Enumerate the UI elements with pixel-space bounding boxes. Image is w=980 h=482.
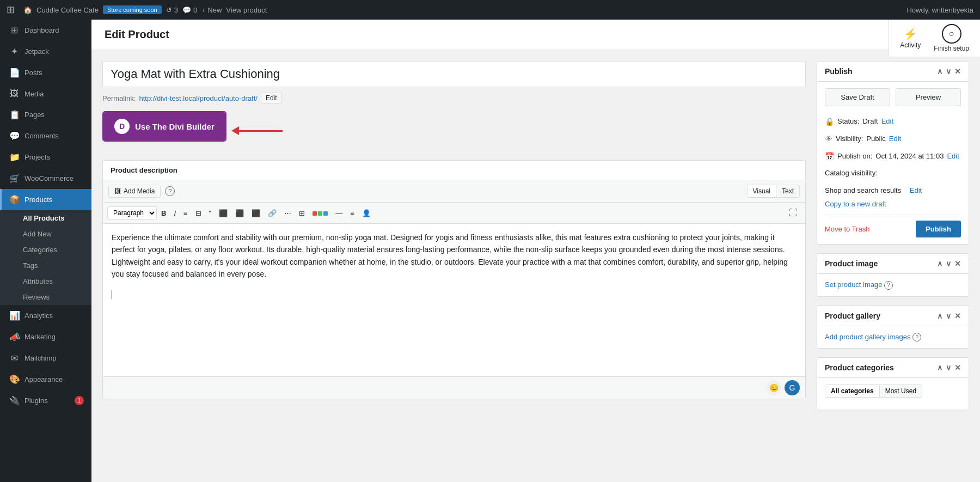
publish-on-edit-link[interactable]: Edit bbox=[947, 149, 959, 163]
blockquote-button[interactable]: " bbox=[206, 207, 215, 219]
help-icon[interactable]: ? bbox=[165, 186, 175, 196]
sidebar-item-analytics[interactable]: 📊 Analytics bbox=[0, 305, 91, 326]
sidebar-label-marketing: Marketing bbox=[24, 333, 56, 341]
expand-button[interactable]: ⛶ bbox=[786, 206, 801, 220]
submenu-tags[interactable]: Tags bbox=[0, 258, 91, 273]
sidebar-item-posts[interactable]: 📄 Posts bbox=[0, 62, 91, 83]
set-product-image-link[interactable]: Set product image bbox=[825, 280, 883, 289]
copy-draft-link[interactable]: Copy to a new draft bbox=[825, 200, 961, 208]
view-product-item[interactable]: View product bbox=[226, 6, 267, 14]
bold-button[interactable]: B bbox=[158, 207, 169, 219]
submenu-all-products[interactable]: All Products bbox=[0, 210, 91, 226]
submenu-categories[interactable]: Categories bbox=[0, 242, 91, 258]
visibility-edit-link[interactable]: Edit bbox=[889, 132, 901, 146]
move-to-trash-link[interactable]: Move to Trash bbox=[825, 225, 869, 233]
align-left-button[interactable]: ⬛ bbox=[216, 207, 231, 219]
publish-button[interactable]: Publish bbox=[916, 221, 961, 237]
description-box: Product description 🖼 Add Media ? Visual… bbox=[102, 160, 806, 399]
product-image-help-icon[interactable]: ? bbox=[884, 281, 893, 290]
product-image-controls[interactable]: ∧ ∨ ✕ bbox=[937, 259, 961, 268]
submenu-reviews[interactable]: Reviews bbox=[0, 289, 91, 305]
product-gallery-help-icon[interactable]: ? bbox=[912, 333, 921, 341]
strikethrough-button[interactable]: ≡ bbox=[347, 207, 358, 219]
catalog-edit-link[interactable]: Edit bbox=[910, 184, 922, 198]
color-picker-button[interactable] bbox=[309, 207, 331, 219]
sidebar-item-appearance[interactable]: 🎨 Appearance bbox=[0, 369, 91, 390]
text-tab[interactable]: Text bbox=[776, 185, 800, 198]
activity-button[interactable]: ⚡ Activity bbox=[900, 27, 921, 49]
editor-content-area[interactable]: Experience the ultimate comfort and stab… bbox=[103, 224, 805, 376]
product-title-input[interactable] bbox=[102, 61, 806, 87]
more-button[interactable]: ⋯ bbox=[281, 207, 295, 219]
gallery-collapse-up[interactable]: ∧ bbox=[937, 312, 942, 320]
editor-paragraph: Experience the ultimate comfort and stab… bbox=[112, 231, 797, 280]
sidebar-item-marketing[interactable]: 📣 Marketing bbox=[0, 326, 91, 347]
gallery-close[interactable]: ✕ bbox=[954, 312, 961, 320]
ordered-list-button[interactable]: ⊟ bbox=[192, 207, 205, 219]
visual-tab[interactable]: Visual bbox=[747, 185, 776, 198]
footer-grammarly-icon[interactable]: G bbox=[785, 380, 800, 395]
sidebar-item-products[interactable]: 📦 Products bbox=[0, 189, 91, 210]
sidebar-item-woocommerce[interactable]: 🛒 WooCommerce bbox=[0, 168, 91, 189]
align-right-button[interactable]: ⬛ bbox=[248, 207, 264, 219]
most-used-tab[interactable]: Most Used bbox=[880, 385, 922, 398]
new-item[interactable]: + New bbox=[201, 6, 222, 14]
edit-sidebar: Publish ∧ ∨ ✕ Save Draft Preview bbox=[817, 61, 969, 419]
sidebar-item-projects[interactable]: 📁 Projects bbox=[0, 147, 91, 168]
sidebar-item-dashboard[interactable]: ⊞ Dashboard bbox=[0, 20, 91, 41]
align-center-button[interactable]: ⬛ bbox=[232, 207, 247, 219]
add-media-button[interactable]: 🖼 Add Media bbox=[108, 185, 161, 198]
appearance-icon: 🎨 bbox=[9, 374, 19, 385]
italic-button[interactable]: I bbox=[170, 207, 179, 219]
publish-actions: Save Draft Preview bbox=[825, 88, 961, 106]
product-categories-controls[interactable]: ∧ ∨ ✕ bbox=[937, 363, 961, 372]
sidebar-label-projects: Projects bbox=[24, 153, 50, 161]
link-button[interactable]: 🔗 bbox=[265, 207, 280, 219]
product-gallery-panel: Product gallery ∧ ∨ ✕ Add product galler… bbox=[817, 306, 969, 349]
person-button[interactable]: 👤 bbox=[359, 207, 374, 219]
gallery-collapse-down[interactable]: ∨ bbox=[946, 312, 951, 320]
img-collapse-down[interactable]: ∨ bbox=[946, 259, 951, 268]
comments-item[interactable]: 💬 0 bbox=[182, 6, 197, 14]
submenu-add-new[interactable]: Add New bbox=[0, 226, 91, 242]
paragraph-select[interactable]: Paragraph bbox=[107, 206, 157, 219]
permalink-wrap: Permalink: http://divi-test.local/produc… bbox=[102, 93, 806, 103]
img-collapse-up[interactable]: ∧ bbox=[937, 259, 942, 268]
finish-setup-button[interactable]: ○ Finish setup bbox=[934, 24, 969, 52]
table-button[interactable]: ⊞ bbox=[296, 207, 308, 219]
store-badge[interactable]: Store coming soon bbox=[103, 5, 162, 14]
footer-emoji-icon[interactable]: 😊 bbox=[766, 380, 781, 395]
product-image-header: Product image ∧ ∨ ✕ bbox=[817, 254, 969, 274]
product-gallery-controls[interactable]: ∧ ∨ ✕ bbox=[937, 312, 961, 320]
preview-button[interactable]: Preview bbox=[896, 88, 961, 106]
sidebar-item-jetpack[interactable]: ✦ Jetpack bbox=[0, 41, 91, 62]
collapse-up-icon[interactable]: ∧ bbox=[937, 67, 942, 76]
submenu-attributes[interactable]: Attributes bbox=[0, 273, 91, 289]
cats-close[interactable]: ✕ bbox=[954, 363, 961, 372]
divider-button[interactable]: — bbox=[332, 207, 346, 219]
product-gallery-header: Product gallery ∧ ∨ ✕ bbox=[817, 306, 969, 326]
site-name[interactable]: Cuddle Coffee Cafe bbox=[36, 6, 99, 14]
add-gallery-images-link[interactable]: Add product gallery images bbox=[825, 333, 911, 341]
publish-panel-controls[interactable]: ∧ ∨ ✕ bbox=[937, 67, 961, 76]
divi-builder-button[interactable]: D Use The Divi Builder bbox=[103, 112, 225, 141]
sidebar-item-plugins[interactable]: 🔌 Plugins 1 bbox=[0, 390, 91, 411]
permalink-edit-button[interactable]: Edit bbox=[261, 93, 282, 103]
sidebar-item-mailchimp[interactable]: ✉ Mailchimp bbox=[0, 347, 91, 369]
permalink-link[interactable]: http://divi-test.local/product/auto-draf… bbox=[139, 94, 258, 102]
sidebar-item-media[interactable]: 🖼 Media bbox=[0, 83, 91, 104]
status-edit-link[interactable]: Edit bbox=[881, 114, 893, 129]
sidebar-item-comments[interactable]: 💬 Comments bbox=[0, 125, 91, 147]
close-panel-icon[interactable]: ✕ bbox=[954, 67, 961, 76]
unordered-list-button[interactable]: ≡ bbox=[180, 207, 191, 219]
adminbar-user[interactable]: Howdy, writtenbyekta bbox=[906, 6, 973, 14]
img-close[interactable]: ✕ bbox=[954, 259, 961, 268]
cats-collapse-down[interactable]: ∨ bbox=[946, 363, 951, 372]
all-categories-tab[interactable]: All categories bbox=[825, 385, 880, 398]
revisions-item[interactable]: ↺ 3 bbox=[166, 6, 178, 14]
sidebar-label-jetpack: Jetpack bbox=[24, 47, 49, 56]
sidebar-item-pages[interactable]: 📋 Pages bbox=[0, 104, 91, 125]
collapse-down-icon[interactable]: ∨ bbox=[946, 67, 951, 76]
cats-collapse-up[interactable]: ∧ bbox=[937, 363, 942, 372]
save-draft-button[interactable]: Save Draft bbox=[825, 88, 890, 106]
